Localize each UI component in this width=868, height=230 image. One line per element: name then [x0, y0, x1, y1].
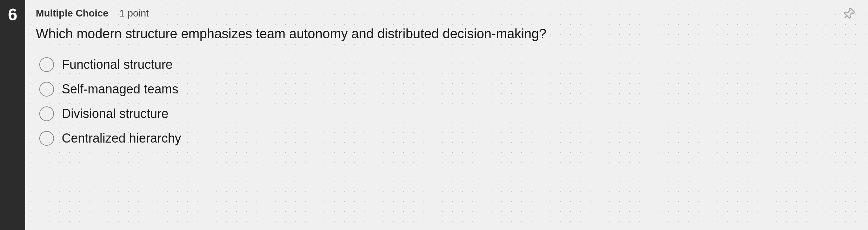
option-item-3[interactable]: Divisional structure	[36, 101, 847, 126]
option-label-3: Divisional structure	[62, 106, 168, 121]
option-item-1[interactable]: Functional structure	[36, 52, 847, 77]
radio-button-2[interactable]	[39, 82, 54, 97]
question-type: Multiple Choice	[36, 8, 108, 19]
question-text: Which modern structure emphasizes team a…	[36, 25, 847, 42]
question-number: 6	[8, 6, 18, 23]
radio-button-3[interactable]	[39, 106, 54, 121]
option-label-1: Functional structure	[62, 57, 173, 72]
radio-button-1[interactable]	[39, 57, 54, 72]
question-points: 1 point	[119, 8, 149, 19]
option-item-2[interactable]: Self-managed teams	[36, 77, 847, 101]
option-label-2: Self-managed teams	[62, 82, 178, 97]
question-meta: Multiple Choice 1 point	[36, 8, 847, 19]
option-item-4[interactable]: Centralized hierarchy	[36, 126, 847, 151]
question-number-bar: 6	[0, 0, 25, 230]
question-card: Multiple Choice 1 point Which modern str…	[25, 0, 868, 230]
radio-button-4[interactable]	[39, 131, 54, 146]
option-label-4: Centralized hierarchy	[62, 131, 181, 146]
options-list: Functional structure Self-managed teams …	[36, 52, 847, 151]
